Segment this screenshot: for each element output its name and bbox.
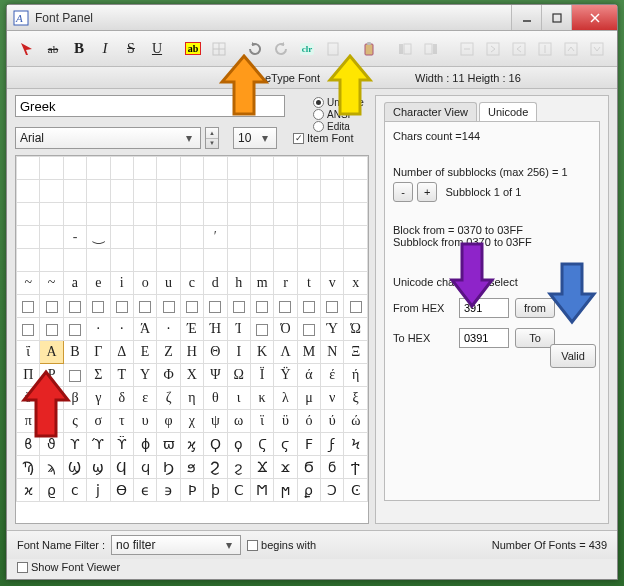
char-cell[interactable] (250, 226, 273, 249)
char-cell[interactable] (297, 180, 320, 203)
char-cell[interactable] (250, 318, 273, 341)
char-cell[interactable] (344, 180, 368, 203)
char-cell[interactable]: · (110, 318, 133, 341)
char-cell[interactable] (204, 180, 227, 203)
char-cell[interactable]: ϗ (180, 433, 203, 456)
char-cell[interactable]: Θ (204, 341, 227, 364)
char-cell[interactable] (344, 157, 368, 180)
char-cell[interactable]: ϊ (250, 410, 273, 433)
char-cell[interactable]: Ϧ (157, 456, 180, 479)
align-4-icon[interactable] (533, 37, 557, 61)
char-cell[interactable]: Ή (204, 318, 227, 341)
char-cell[interactable]: ι (227, 387, 250, 410)
italic-icon[interactable]: I (93, 37, 117, 61)
maximize-button[interactable] (541, 5, 571, 30)
char-cell[interactable] (297, 249, 320, 272)
char-cell[interactable]: Ϲ (227, 479, 250, 502)
char-cell[interactable] (157, 180, 180, 203)
char-cell[interactable] (297, 318, 320, 341)
char-cell[interactable] (157, 157, 180, 180)
radio-editable[interactable]: Edita (313, 121, 364, 132)
char-cell[interactable] (204, 249, 227, 272)
char-cell[interactable] (321, 157, 344, 180)
clipboard-icon[interactable] (357, 37, 381, 61)
char-cell[interactable] (180, 203, 203, 226)
char-cell[interactable] (133, 249, 156, 272)
char-cell[interactable]: ϴ (110, 479, 133, 502)
char-cell[interactable]: ϰ (17, 479, 40, 502)
char-cell[interactable] (87, 157, 110, 180)
char-cell[interactable]: ς (63, 410, 86, 433)
char-cell[interactable] (110, 295, 133, 318)
char-cell[interactable] (250, 249, 273, 272)
strike-ab-icon[interactable]: ab (41, 37, 65, 61)
char-cell[interactable]: θ (204, 387, 227, 410)
begins-with-checkbox[interactable]: begins with (247, 539, 316, 551)
char-cell[interactable]: β (63, 387, 86, 410)
char-cell[interactable]: Ώ (344, 318, 368, 341)
char-cell[interactable] (180, 295, 203, 318)
char-cell[interactable] (344, 203, 368, 226)
char-cell[interactable] (321, 295, 344, 318)
char-cell[interactable] (110, 180, 133, 203)
char-cell[interactable]: ϧ (180, 456, 203, 479)
char-cell[interactable]: Ζ (157, 341, 180, 364)
char-cell[interactable]: Ͻ (321, 479, 344, 502)
char-cell[interactable]: ϻ (274, 479, 297, 502)
char-cell[interactable] (227, 249, 250, 272)
char-cell[interactable]: ϣ (87, 456, 110, 479)
char-cell[interactable]: a (63, 272, 86, 295)
char-cell[interactable] (133, 295, 156, 318)
char-cell[interactable] (204, 203, 227, 226)
char-cell[interactable] (204, 157, 227, 180)
char-cell[interactable] (63, 203, 86, 226)
char-cell[interactable] (227, 203, 250, 226)
char-cell[interactable]: Ρ (40, 364, 63, 387)
char-cell[interactable] (17, 318, 40, 341)
col-left-icon[interactable] (393, 37, 417, 61)
char-cell[interactable]: κ (250, 387, 273, 410)
char-cell[interactable]: Η (180, 341, 203, 364)
align-5-icon[interactable] (559, 37, 583, 61)
block-name-input[interactable] (15, 95, 285, 117)
char-cell[interactable]: Ϣ (63, 456, 86, 479)
char-cell[interactable]: h (227, 272, 250, 295)
font-filter-combo[interactable]: no filter ▾ (111, 535, 241, 555)
char-cell[interactable]: d (204, 272, 227, 295)
char-cell[interactable]: ω (227, 410, 250, 433)
underline-icon[interactable]: U (145, 37, 169, 61)
char-cell[interactable]: ~ (17, 272, 40, 295)
char-cell[interactable]: ϭ (321, 456, 344, 479)
char-cell[interactable] (227, 226, 250, 249)
char-cell[interactable] (227, 295, 250, 318)
char-cell[interactable] (344, 226, 368, 249)
char-cell[interactable]: Ϥ (110, 456, 133, 479)
char-cell[interactable]: ϩ (227, 456, 250, 479)
char-cell[interactable]: ΐ (17, 341, 40, 364)
align-2-icon[interactable] (481, 37, 505, 61)
char-cell[interactable] (274, 295, 297, 318)
char-cell[interactable]: m (250, 272, 273, 295)
minimize-button[interactable] (511, 5, 541, 30)
char-cell[interactable]: - (63, 226, 86, 249)
char-cell[interactable]: τ (110, 410, 133, 433)
char-cell[interactable]: Ϩ (204, 456, 227, 479)
char-cell[interactable] (157, 203, 180, 226)
char-cell[interactable]: Β (63, 341, 86, 364)
char-cell[interactable] (63, 180, 86, 203)
char-cell[interactable]: c (180, 272, 203, 295)
char-cell[interactable] (63, 318, 86, 341)
to-hex-input[interactable] (459, 328, 509, 348)
char-cell[interactable]: έ (321, 364, 344, 387)
char-cell[interactable]: ϋ (274, 410, 297, 433)
char-cell[interactable] (133, 203, 156, 226)
clear-icon[interactable]: clr (295, 37, 319, 61)
valid-button[interactable]: Valid (550, 344, 596, 368)
char-cell[interactable] (40, 180, 63, 203)
char-cell[interactable] (274, 180, 297, 203)
char-cell[interactable] (297, 295, 320, 318)
char-cell[interactable]: Ϭ (297, 456, 320, 479)
char-cell[interactable]: η (180, 387, 203, 410)
col-right-icon[interactable] (419, 37, 443, 61)
char-cell[interactable] (87, 295, 110, 318)
